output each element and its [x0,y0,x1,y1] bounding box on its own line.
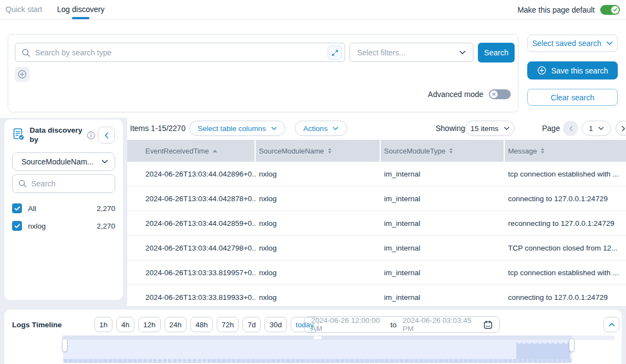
time-range-button[interactable]: 1h [94,317,112,332]
table-row[interactable]: 2024-06-26T13:03:44.042859+0... nxlog im… [127,211,626,236]
brush-handle-right[interactable] [569,338,574,352]
chevron-right-icon [622,126,625,132]
table-cell: im_internal [381,219,505,228]
page-size-value: 15 items [470,124,498,133]
toggle-check-icon [611,6,619,14]
advanced-mode-label: Advanced mode [428,90,483,99]
table-row[interactable]: 2024-06-26T13:03:44.042798+0... nxlog im… [127,236,626,260]
add-search-row-button[interactable] [15,67,30,82]
date-to-label: to [391,321,397,329]
search-section: Select filters... Search Advanced mode ✕… [0,20,626,118]
next-page-button[interactable] [616,121,626,136]
column-header-sourcemoduletype[interactable]: SourceModuleType [381,140,505,162]
date-range-picker[interactable]: 2024-06-26 12:00:00 AM to 2024-06-26 03:… [304,316,500,333]
data-discovery-sidebar: Data discovery by SourceModuleNam... All… [4,120,123,300]
time-range-button[interactable]: 30d [264,317,287,332]
checkbox-checked-icon[interactable] [12,221,22,231]
table-cell: im_internal [381,269,505,277]
table-cell: 2024-06-26T13:03:33.819957+0... [127,269,256,277]
chevron-left-icon [104,132,109,139]
page-number-select[interactable]: 1 [582,121,611,136]
logs-timeline-panel: Logs Timeline 1h 4h 12h 24h 48h 72h 7d 3… [4,310,622,364]
time-range-button[interactable]: 7d [242,317,261,332]
brush-center-grip[interactable] [314,336,322,339]
tab-quick-start[interactable]: Quick start [5,0,42,19]
column-header-sourcemodulename[interactable]: SourceModuleName [256,140,381,162]
table-cell: connecting to 127.0.0.1:24729 [505,195,626,203]
collapse-timeline-button[interactable] [604,317,619,332]
time-range-buttons: 1h 4h 12h 24h 48h 72h 7d 30d today [94,317,319,332]
time-range-button[interactable]: 12h [138,317,161,332]
table-cell: 2024-06-26T13:03:44.042878+0... [127,195,256,203]
time-range-button[interactable]: 48h [190,317,213,332]
tab-log-discovery-label: Log discovery [57,5,104,14]
sidebar-search-input[interactable] [31,175,112,192]
table-row[interactable]: 2024-06-26T13:03:44.042878+0... nxlog im… [127,186,626,211]
table-cell: im_internal [381,244,505,252]
time-range-button[interactable]: 72h [217,317,239,332]
sort-ascending-icon [213,150,217,152]
discovery-field-select[interactable]: SourceModuleNam... [12,152,115,171]
chevron-down-icon [101,160,108,164]
filter-item-count: 2,270 [97,222,115,230]
search-button[interactable]: Search [478,43,515,62]
table-row[interactable]: 2024-06-26T13:03:33.819957+0... nxlog im… [127,260,626,285]
tab-log-discovery[interactable]: Log discovery [57,0,104,19]
column-header-message[interactable]: Message [505,140,626,162]
select-saved-search-label: Select saved search [532,39,601,48]
sort-icon [541,148,544,153]
time-range-button[interactable]: 24h [165,317,187,332]
collapse-sidebar-button[interactable] [98,127,115,144]
column-label: Message [508,147,537,155]
items-range-info: Items 1-15/2270 [130,124,185,133]
table-row[interactable]: 2024-06-26T13:03:33.819933+0... nxlog im… [127,285,626,306]
active-tab-underline [72,17,89,19]
advanced-mode-toggle[interactable]: ✕ [489,89,511,99]
showing-label: Showing [436,124,465,133]
clear-search-button[interactable]: Clear search [527,89,618,106]
brush-selection-area [63,340,572,359]
top-tab-bar: Quick start Log discovery Make this page… [0,0,626,20]
filter-item-label: All [28,204,36,213]
search-input[interactable] [35,43,326,61]
table-cell: nxlog [256,244,381,252]
search-card: Select filters... Search Advanced mode ✕ [8,34,518,112]
chevron-down-icon [504,127,510,130]
previous-page-button[interactable] [563,121,578,136]
checkbox-checked-icon[interactable] [12,203,22,213]
expand-search-icon[interactable] [328,46,342,60]
save-this-search-button[interactable]: Save this search [527,61,618,79]
time-range-button[interactable]: 4h [116,317,134,332]
brush-handle-left[interactable] [62,338,67,352]
table-cell: nxlog [256,195,381,203]
brush-selection[interactable] [63,335,572,364]
filters-select[interactable]: Select filters... [349,43,473,62]
table-cell: tcp connection established with ... [505,269,626,277]
select-saved-search-button[interactable]: Select saved search [527,35,618,52]
select-table-columns-button[interactable]: Select table columns [189,121,285,136]
table-row[interactable]: 2024-06-26T13:03:44.042896+0... nxlog im… [127,162,626,186]
chevron-left-icon [569,126,573,132]
info-icon[interactable] [87,131,95,140]
clear-search-label: Clear search [551,93,594,102]
column-label: SourceModuleType [384,147,445,155]
sort-icon [328,148,331,153]
toggle-x-icon: ✕ [490,90,498,98]
table-cell: im_internal [381,170,505,178]
filter-list-item[interactable]: All 2,270 [12,200,115,217]
table-cell: nxlog [256,219,381,228]
calendar-icon [483,320,493,329]
filter-list-item[interactable]: nxlog 2,270 [12,217,115,235]
make-default-toggle[interactable] [600,5,620,15]
table-cell: nxlog [256,269,381,277]
select-table-columns-label: Select table columns [198,124,266,133]
column-label: EventReceivedTime [145,147,209,155]
results-table-panel: Items 1-15/2270 Select table columns Act… [127,118,626,306]
chevron-down-icon [271,127,277,130]
column-header-eventreceivedtime[interactable]: EventReceivedTime [127,140,256,162]
page-size-select[interactable]: 15 items [465,121,515,136]
timeline-brush [62,335,614,364]
actions-button[interactable]: Actions [295,121,347,136]
table-cell: im_internal [381,293,505,302]
table-body: 2024-06-26T13:03:44.042896+0... nxlog im… [127,162,626,306]
